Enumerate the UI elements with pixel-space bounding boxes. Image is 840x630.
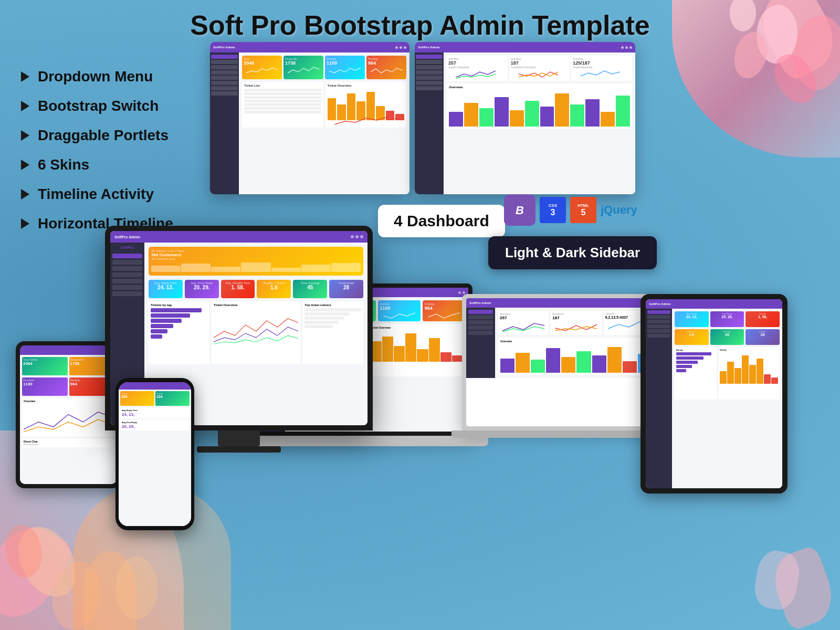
svg-text:B: B <box>516 204 524 217</box>
chevron-icon <box>21 71 29 82</box>
chevron-icon <box>21 101 29 111</box>
mini-topbar-left: SoftPro Admin <box>210 42 410 52</box>
tech-badges: B CSS 3 HTML 5 jQuery <box>504 194 637 226</box>
dashboard-screenshots-top: SoftPro Admin <box>210 42 635 194</box>
css3-badge: CSS 3 <box>540 197 566 223</box>
chevron-icon <box>21 160 29 170</box>
feature-item-timeline: Timeline Activity <box>21 186 173 203</box>
feature-list: Dropdown Menu Bootstrap Switch Draggable… <box>21 68 173 245</box>
floral-decoration-top-right <box>672 0 840 158</box>
screenshot-right: SoftPro Admin <box>415 42 635 194</box>
bootstrap-icon: B <box>504 194 536 226</box>
chevron-icon <box>21 189 29 200</box>
chevron-icon <box>21 218 29 229</box>
ipad-mockup: SoftPro Admin Avg. Reply 24, 1 <box>640 294 788 494</box>
chevron-icon <box>21 130 29 141</box>
sidebar-modes-badge: Light & Dark Sidebar <box>488 236 657 269</box>
feature-item-skins: 6 Skins <box>21 156 173 173</box>
mini-topbar-right: SoftPro Admin <box>415 42 635 52</box>
phone-mockup: Tickets 360 Replies 324 Avg Reply Time 2… <box>116 378 194 530</box>
main-title: Soft Pro Bootstrap Admin Template <box>190 9 649 41</box>
badge-4-dashboard: 4 Dashboard <box>378 205 505 237</box>
feature-item-draggable: Draggable Portlets <box>21 127 173 144</box>
feature-item-bootstrap-switch: Bootstrap Switch <box>21 98 173 114</box>
floral-decoration-bottom-right <box>735 525 840 630</box>
jquery-badge: jQuery <box>601 203 637 217</box>
html5-badge: HTML 5 <box>570 197 596 223</box>
feature-item-dropdown: Dropdown Menu <box>21 68 173 85</box>
screenshot-left: SoftPro Admin <box>210 42 410 194</box>
